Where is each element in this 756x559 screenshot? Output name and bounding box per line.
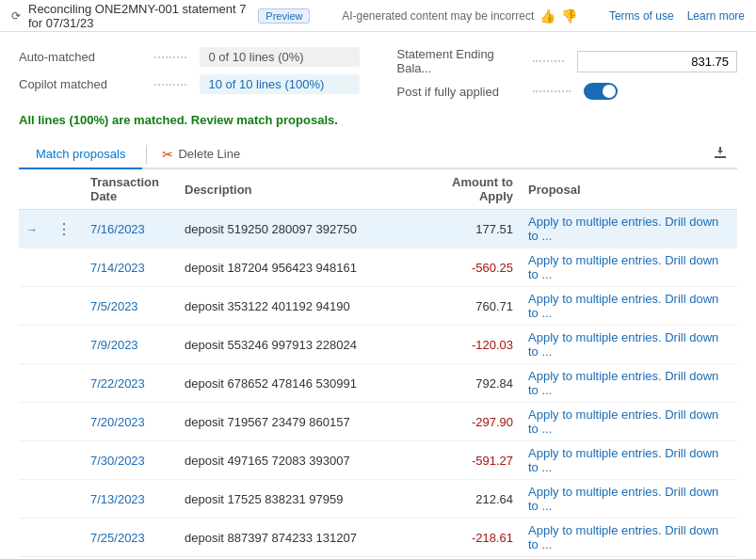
proposal-link[interactable]: Apply to multiple entries. Drill down to… — [528, 330, 718, 359]
proposal-link[interactable]: Apply to multiple entries. Drill down to… — [528, 407, 718, 436]
col-amount-header: Amount to Apply — [408, 169, 521, 210]
transaction-date[interactable]: 7/25/2023 — [83, 519, 177, 557]
table-body: → ⋮ 7/16/2023 deposit 519250 280097 3927… — [19, 210, 737, 560]
transaction-proposal[interactable]: Apply to multiple entries. Drill down to… — [521, 441, 737, 480]
transaction-date[interactable]: 7/5/2023 — [83, 287, 177, 326]
transaction-amount: -297.90 — [408, 403, 521, 441]
table-header: Transaction Date Description Amount to A… — [19, 169, 737, 210]
transaction-description: deposit 353122 401192 94190 — [177, 287, 408, 326]
tab-match-proposals[interactable]: Match proposals — [19, 140, 142, 169]
topbar: ⟳ Reconciling ONE2MNY-001 statement 7 fo… — [0, 0, 756, 32]
proposal-link[interactable]: Apply to multiple entries. Drill down to… — [528, 523, 718, 551]
row-arrow — [19, 326, 45, 364]
post-toggle[interactable] — [584, 83, 618, 100]
delete-line-button[interactable]: ✂ Delete Line — [151, 142, 251, 167]
auto-matched-row: Auto-matched 0 of 10 lines (0%) — [19, 47, 360, 67]
tab-divider — [146, 145, 147, 164]
summary-right: Statement Ending Bala... Post if fully a… — [397, 47, 738, 102]
transaction-amount: 177.51 — [408, 210, 521, 248]
transaction-description: deposit 187204 956423 948161 — [177, 248, 408, 287]
proposal-link[interactable]: Apply to multiple entries. Drill down to… — [528, 215, 718, 243]
transaction-proposal[interactable]: Apply to multiple entries. Drill down to… — [521, 364, 737, 403]
auto-matched-label: Auto-matched — [19, 50, 141, 64]
table-row: 7/20/2023 deposit 719567 23479 860157 -2… — [19, 403, 737, 441]
date-link[interactable]: 7/30/2023 — [90, 454, 145, 468]
transaction-proposal[interactable]: Apply to multiple entries. Drill down to… — [521, 519, 737, 557]
transaction-date[interactable]: 7/9/2023 — [83, 326, 177, 364]
row-arrow — [19, 403, 45, 441]
transaction-date[interactable]: 7/16/2023 — [83, 210, 177, 248]
export-icon — [713, 145, 728, 160]
table-row: 7/5/2023 deposit 353122 401192 94190 760… — [19, 287, 737, 326]
learn-more-link[interactable]: Learn more — [687, 9, 745, 23]
toggle-knob — [603, 85, 616, 98]
transaction-amount: -120.03 — [408, 326, 521, 364]
table-row: 7/22/2023 deposit 678652 478146 530991 7… — [19, 364, 737, 403]
row-menu[interactable] — [45, 364, 83, 403]
row-actions-icon[interactable]: ⋮ — [53, 221, 75, 237]
col-date-header: Transaction Date — [83, 169, 177, 210]
all-matched-message: All lines (100%) are matched. Review mat… — [19, 113, 737, 127]
date-link[interactable]: 7/16/2023 — [90, 222, 145, 236]
row-menu[interactable] — [45, 287, 83, 326]
ai-notice: AI-generated content may be incorrect 👍 … — [310, 8, 608, 24]
copilot-matched-value: 10 of 10 lines (100%) — [200, 74, 360, 94]
transaction-proposal[interactable]: Apply to multiple entries. Drill down to… — [521, 210, 737, 248]
row-menu[interactable] — [45, 326, 83, 364]
transaction-amount: -591.27 — [408, 441, 521, 480]
terms-link[interactable]: Terms of use — [609, 9, 674, 23]
transaction-description: deposit 553246 997913 228024 — [177, 326, 408, 364]
table-row: 7/13/2023 deposit 17525 838231 97959 212… — [19, 480, 737, 519]
transaction-amount: 760.71 — [408, 287, 521, 326]
thumbs-down-icon[interactable]: 👎 — [561, 8, 577, 24]
date-link[interactable]: 7/5/2023 — [90, 299, 138, 313]
transaction-proposal[interactable]: Apply to multiple entries. Drill down to… — [521, 248, 737, 287]
row-arrow — [19, 441, 45, 480]
transaction-proposal[interactable]: Apply to multiple entries. Drill down to… — [521, 326, 737, 364]
table-row: 7/25/2023 deposit 887397 874233 131207 -… — [19, 519, 737, 557]
statement-balance-input[interactable] — [577, 51, 737, 72]
transaction-proposal[interactable]: Apply to multiple entries. Drill down to… — [521, 480, 737, 519]
row-arrow — [19, 248, 45, 287]
row-menu[interactable] — [45, 403, 83, 441]
row-menu[interactable] — [45, 248, 83, 287]
delete-line-label: Delete Line — [178, 147, 240, 161]
transaction-proposal[interactable]: Apply to multiple entries. Drill down to… — [521, 287, 737, 326]
transaction-description: deposit 17525 838231 97959 — [177, 480, 408, 519]
post-label: Post if fully applied — [397, 85, 520, 99]
table-row: 7/30/2023 deposit 497165 72083 393007 -5… — [19, 441, 737, 480]
date-link[interactable]: 7/22/2023 — [90, 376, 145, 391]
transaction-description: deposit 719567 23479 860157 — [177, 403, 408, 441]
row-menu[interactable] — [45, 480, 83, 519]
proposal-link[interactable]: Apply to multiple entries. Drill down to… — [528, 485, 718, 513]
date-link[interactable]: 7/20/2023 — [90, 415, 145, 429]
statement-balance-row: Statement Ending Bala... — [397, 47, 738, 75]
transaction-date[interactable]: 7/13/2023 — [83, 480, 177, 519]
transaction-date[interactable]: 7/30/2023 — [83, 441, 177, 480]
proposal-link[interactable]: Apply to multiple entries. Drill down to… — [528, 292, 718, 320]
table-row: → ⋮ 7/16/2023 deposit 519250 280097 3927… — [19, 210, 737, 248]
proposal-link[interactable]: Apply to multiple entries. Drill down to… — [528, 446, 718, 474]
transaction-date[interactable]: 7/22/2023 — [83, 364, 177, 403]
transaction-date[interactable]: 7/20/2023 — [83, 403, 177, 441]
row-menu[interactable] — [45, 441, 83, 480]
table-container: Transaction Date Description Amount to A… — [19, 169, 737, 559]
export-button[interactable] — [703, 140, 737, 168]
row-menu[interactable] — [45, 519, 83, 557]
transaction-date[interactable]: 7/14/2023 — [83, 248, 177, 287]
date-link[interactable]: 7/13/2023 — [90, 492, 145, 506]
thumbs-up-icon[interactable]: 👍 — [539, 8, 555, 24]
topbar-left: ⟳ Reconciling ONE2MNY-001 statement 7 fo… — [11, 2, 310, 30]
date-link[interactable]: 7/25/2023 — [90, 531, 145, 545]
table-row: 7/9/2023 deposit 553246 997913 228024 -1… — [19, 326, 737, 364]
transaction-proposal[interactable]: Apply to multiple entries. Drill down to… — [521, 403, 737, 441]
ai-notice-text: AI-generated content may be incorrect — [342, 9, 534, 23]
proposal-link[interactable]: Apply to multiple entries. Drill down to… — [528, 369, 718, 397]
transaction-description: deposit 678652 478146 530991 — [177, 364, 408, 403]
date-link[interactable]: 7/14/2023 — [90, 261, 145, 275]
col-arrow-header — [19, 169, 45, 210]
proposal-link[interactable]: Apply to multiple entries. Drill down to… — [528, 253, 718, 281]
auto-matched-value: 0 of 10 lines (0%) — [200, 47, 360, 67]
date-link[interactable]: 7/9/2023 — [90, 338, 138, 352]
row-menu[interactable]: ⋮ — [45, 210, 83, 248]
